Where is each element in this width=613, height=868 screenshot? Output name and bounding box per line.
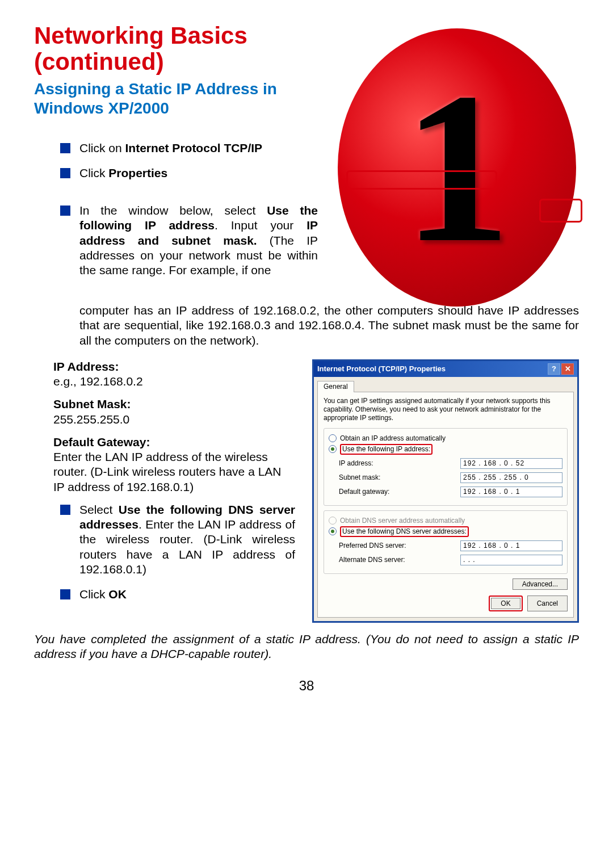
field-label: Subnet Mask:: [53, 397, 131, 410]
dialog-titlebar: Internet Protocol (TCP/IP) Properties ? …: [314, 361, 577, 377]
ip-group: Obtain an IP address automatically Use t…: [324, 428, 568, 506]
page-heading: Networking Basics (continued): [34, 23, 318, 75]
field-value: Enter the LAN IP address of the wireless…: [53, 450, 295, 494]
bullet-bold: OK: [108, 588, 127, 601]
red-oval-icon: 1: [338, 28, 576, 307]
radio-icon: [329, 527, 337, 535]
bullet-item: Select Use the following DNS server addr…: [60, 502, 295, 577]
radio-label: Use the following DNS server addresses:: [342, 527, 467, 535]
dialog-description: You can get IP settings assigned automat…: [324, 397, 568, 422]
alternate-dns-input[interactable]: . . .: [460, 555, 562, 565]
callout-highlight: OK: [489, 596, 522, 611]
radio-obtain-ip[interactable]: Obtain an IP address automatically: [329, 434, 562, 443]
field-label: Preferred DNS server:: [339, 542, 460, 550]
bullet-bold: Internet Protocol TCP/IP: [125, 141, 263, 154]
radio-label: Obtain an IP address automatically: [340, 434, 446, 443]
callout-box-icon: [346, 170, 497, 190]
tab-general[interactable]: General: [317, 381, 354, 392]
radio-icon: [329, 434, 337, 442]
bullet-square-icon: [60, 589, 70, 599]
bullet-item: Click Properties: [60, 166, 318, 181]
field-label: Subnet mask:: [339, 473, 460, 482]
field-label: IP Address:: [53, 360, 119, 373]
preferred-dns-input[interactable]: 192 . 168 . 0 . 1: [460, 540, 562, 551]
subnet-mask-input[interactable]: 255 . 255 . 255 . 0: [460, 472, 562, 483]
tcpip-properties-dialog: Internet Protocol (TCP/IP) Properties ? …: [312, 359, 579, 623]
figure-number: 1: [403, 60, 511, 275]
callout-box-icon: [539, 199, 582, 223]
dns-group: Obtain DNS server address automatically …: [324, 510, 568, 574]
bullet-square-icon: [60, 206, 70, 216]
bullet-bold: Properties: [108, 166, 167, 179]
bullet-text: . Input your: [215, 219, 306, 232]
default-gateway-input[interactable]: 192 . 168 . 0 . 1: [460, 487, 562, 497]
bullet-text: Click: [79, 588, 108, 601]
dialog-title: Internet Protocol (TCP/IP) Properties: [317, 364, 547, 374]
field-value: 255.255.255.0: [53, 412, 295, 427]
completion-note: You have completed the assignment of a s…: [34, 632, 579, 662]
radio-use-ip[interactable]: Use the following IP address:: [329, 444, 562, 455]
bullet-item: Click on Internet Protocol TCP/IP: [60, 141, 318, 156]
step-figure: 1: [335, 23, 579, 312]
cancel-button[interactable]: Cancel: [527, 596, 568, 611]
radio-use-dns[interactable]: Use the following DNS server addresses:: [329, 526, 562, 537]
ok-button[interactable]: OK: [491, 598, 520, 609]
bullet-text: Click on: [79, 141, 125, 154]
close-button[interactable]: ✕: [561, 363, 574, 375]
field-value: e.g., 192.168.0.2: [53, 374, 295, 389]
advanced-button[interactable]: Advanced...: [513, 578, 568, 590]
bullet-square-icon: [60, 143, 70, 153]
field-label: Default Gateway:: [53, 435, 150, 448]
callout-highlight: Use the following DNS server addresses:: [340, 526, 469, 537]
radio-icon: [329, 517, 337, 525]
page-subheading: Assigning a Static IP Address in Windows…: [34, 79, 318, 118]
bullet-text: Click: [79, 166, 108, 179]
bullet-item: In the window below, select Use the foll…: [60, 203, 318, 278]
bullet-text: Select: [79, 503, 119, 516]
radio-label: Use the following IP address:: [342, 445, 430, 453]
help-button[interactable]: ?: [548, 363, 560, 375]
field-label: Alternate DNS server:: [339, 556, 460, 564]
bullet-text: In the window below, select: [79, 204, 267, 217]
bullet-square-icon: [60, 168, 70, 178]
callout-highlight: Use the following IP address:: [340, 444, 433, 455]
field-label: Default gateway:: [339, 488, 460, 496]
field-label: IP address:: [339, 459, 460, 468]
radio-obtain-dns: Obtain DNS server address automatically: [329, 517, 562, 525]
radio-icon: [329, 445, 337, 453]
radio-label: Obtain DNS server address automatically: [340, 517, 465, 525]
bullet-square-icon: [60, 505, 70, 515]
ip-address-input[interactable]: 192 . 168 . 0 . 52: [460, 458, 562, 469]
bullet-item: Click OK: [60, 587, 295, 602]
page-number: 38: [34, 677, 579, 694]
